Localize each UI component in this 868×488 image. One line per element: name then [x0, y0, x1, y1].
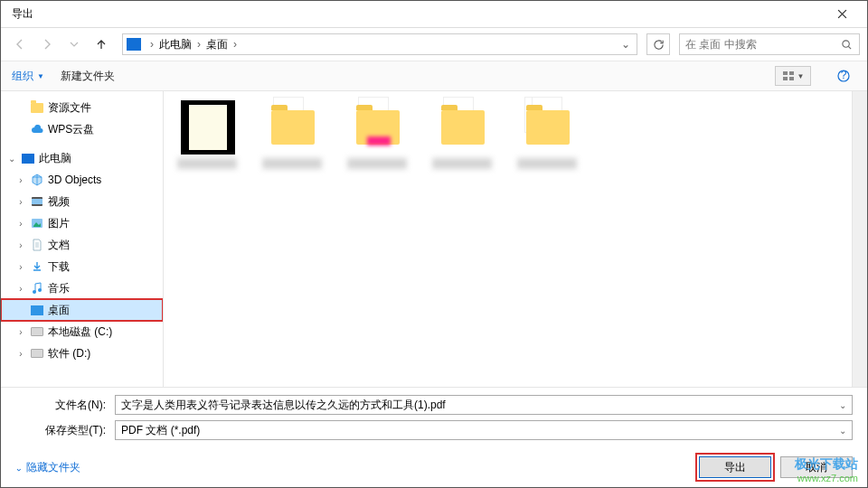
breadcrumb[interactable]: 桌面 — [204, 37, 230, 52]
chevron-down-icon — [70, 40, 79, 49]
arrow-right-icon — [41, 38, 53, 51]
tree-item-documents[interactable]: ›文档 — [1, 234, 163, 256]
file-list[interactable] — [164, 91, 867, 387]
tree-item-resources[interactable]: 资源文件 — [1, 97, 163, 118]
nav-back-button[interactable] — [8, 33, 32, 56]
tree-item-pictures[interactable]: ›图片 — [1, 212, 163, 234]
file-item[interactable] — [431, 100, 495, 169]
help-icon: ? — [837, 70, 850, 82]
nav-up-button[interactable] — [90, 33, 113, 56]
tree-item-videos[interactable]: ›视频 — [1, 191, 163, 212]
close-button[interactable] — [824, 2, 860, 27]
nav-recent-button[interactable] — [62, 33, 86, 56]
file-label — [178, 158, 238, 169]
breadcrumb[interactable]: 此电脑 — [157, 37, 193, 52]
address-bar[interactable]: › 此电脑 › 桌面 › ⌄ — [122, 33, 637, 55]
search-box[interactable] — [679, 33, 860, 55]
svg-rect-8 — [32, 199, 42, 204]
svg-point-0 — [843, 40, 849, 46]
file-label — [263, 158, 323, 169]
search-input[interactable] — [685, 38, 841, 51]
file-item[interactable] — [261, 100, 325, 169]
tree-item-local-disk-c[interactable]: ›本地磁盘 (C:) — [1, 321, 163, 343]
save-type-label: 保存类型(T): — [15, 423, 115, 438]
file-item[interactable] — [516, 100, 580, 169]
dialog-title: 导出 — [8, 6, 824, 22]
filename-label: 文件名(N): — [15, 398, 115, 413]
chevron-down-icon: ⌄ — [839, 400, 846, 410]
svg-text:?: ? — [841, 70, 847, 81]
music-icon — [30, 281, 44, 296]
svg-point-10 — [33, 290, 36, 294]
location-icon — [127, 38, 141, 51]
svg-rect-1 — [783, 71, 788, 75]
tree-item-3d-objects[interactable]: ›3D Objects — [1, 169, 163, 191]
tree-item-music[interactable]: ›音乐 — [1, 277, 163, 299]
view-icon — [782, 70, 795, 81]
cancel-button[interactable]: 取消 — [780, 456, 853, 478]
tree-item-desktop[interactable]: 桌面 — [1, 299, 163, 321]
export-button[interactable]: 导出 — [699, 456, 771, 478]
address-dropdown[interactable]: ⌄ — [618, 38, 633, 51]
search-icon — [841, 39, 854, 51]
file-label — [348, 158, 408, 169]
folder-tree: 资源文件 WPS云盘 ⌄此电脑 ›3D Objects ›视频 ›图片 ›文档 … — [1, 91, 164, 387]
file-label — [518, 158, 578, 169]
tree-item-this-pc[interactable]: ⌄此电脑 — [1, 147, 163, 169]
view-options-button[interactable]: ▼ — [775, 66, 811, 86]
svg-rect-3 — [783, 77, 788, 80]
document-icon — [30, 238, 44, 252]
svg-rect-4 — [789, 77, 794, 80]
video-icon — [30, 194, 44, 209]
download-icon — [30, 259, 44, 274]
tree-item-software-d[interactable]: ›软件 (D:) — [1, 343, 163, 364]
tree-item-wps-cloud[interactable]: WPS云盘 — [1, 118, 163, 140]
cloud-icon — [30, 122, 44, 136]
file-item[interactable] — [176, 100, 240, 169]
svg-rect-2 — [789, 71, 794, 75]
nav-forward-button[interactable] — [35, 33, 59, 56]
refresh-button[interactable] — [646, 33, 670, 55]
arrow-left-icon — [14, 38, 26, 51]
file-label — [433, 158, 493, 169]
tree-item-downloads[interactable]: ›下载 — [1, 256, 163, 277]
help-button[interactable]: ? — [831, 66, 856, 86]
save-type-select[interactable]: PDF 文档 (*.pdf) ⌄ — [115, 420, 853, 440]
image-icon — [30, 216, 44, 230]
refresh-icon — [653, 39, 665, 51]
chevron-down-icon: ⌄ — [839, 426, 846, 436]
hide-folders-toggle[interactable]: ⌃ 隐藏文件夹 — [15, 460, 80, 475]
file-item[interactable] — [346, 100, 410, 169]
new-folder-button[interactable]: 新建文件夹 — [61, 69, 115, 84]
svg-point-11 — [38, 288, 42, 292]
cube-icon — [30, 173, 44, 187]
filename-input[interactable]: 文字是人类用表义符号记录表达信息以传之久远的方式和工具(1).pdf ⌄ — [115, 395, 853, 415]
close-icon — [837, 9, 847, 19]
organize-menu[interactable]: 组织 ▼ — [12, 69, 44, 84]
arrow-up-icon — [95, 38, 108, 51]
